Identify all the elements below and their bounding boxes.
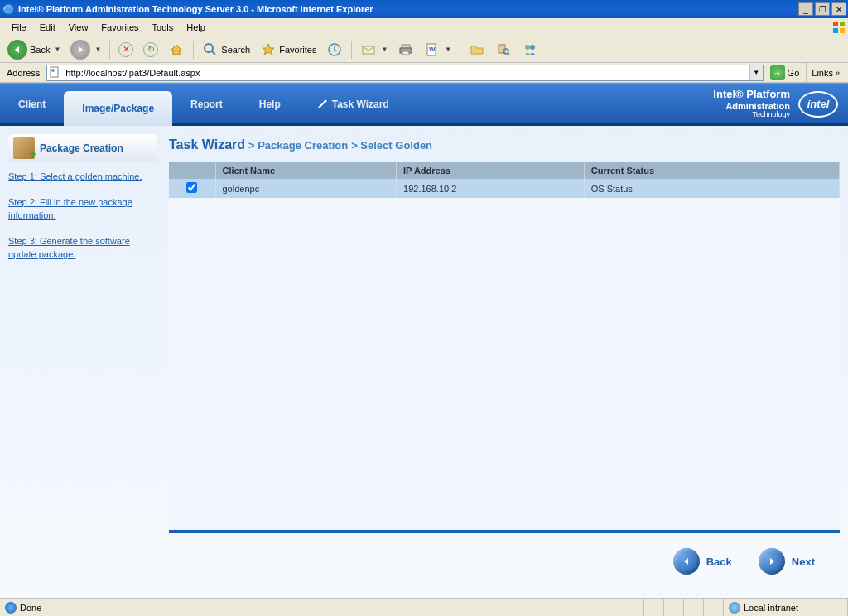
links-button[interactable]: Links » — [806, 63, 845, 82]
status-pane — [684, 599, 704, 616]
address-combo[interactable]: ▼ — [46, 65, 763, 81]
back-button[interactable]: Back ▼ — [3, 39, 65, 60]
zone-text: Local intranet — [744, 603, 798, 613]
back-wizard-button[interactable]: Back — [673, 548, 732, 575]
brand-text: Intel® Platform Administration Technolog… — [713, 89, 790, 118]
back-circle-icon — [673, 548, 700, 575]
svg-rect-11 — [402, 51, 409, 55]
tab-task-wizard[interactable]: Task Wizard — [299, 84, 407, 123]
back-dropdown-icon[interactable]: ▼ — [54, 46, 60, 53]
tab-report[interactable]: Report — [172, 84, 241, 123]
print-icon — [398, 41, 414, 58]
svg-point-18 — [530, 45, 535, 50]
svg-rect-19 — [51, 67, 58, 77]
tab-help[interactable]: Help — [241, 84, 299, 123]
app-body: Package Creation Step 1: Select a golden… — [0, 126, 848, 598]
content-spacer — [169, 198, 840, 530]
svg-point-0 — [3, 4, 13, 14]
refresh-button[interactable]: ↻ — [139, 39, 162, 60]
tab-image-package[interactable]: Image/Package — [64, 91, 172, 126]
address-input[interactable] — [64, 68, 749, 78]
home-icon — [168, 41, 185, 58]
mail-button[interactable]: ▼ — [356, 39, 392, 60]
col-checkbox[interactable] — [169, 162, 215, 179]
back-label: Back — [30, 45, 50, 55]
app-header: Client Image/Package Report Help Task Wi… — [0, 83, 848, 126]
breadcrumb-part-2: Select Golden — [360, 139, 432, 152]
table-row[interactable]: goldenpc 192.168.10.2 OS Status — [169, 179, 840, 198]
stop-button[interactable]: ✕ — [114, 39, 137, 60]
separator — [109, 41, 110, 59]
cell-current-status: OS Status — [584, 179, 839, 198]
sidebar-step-3[interactable]: Step 3: Generate the software update pac… — [8, 235, 157, 261]
back-wizard-label: Back — [706, 556, 732, 568]
research-button[interactable] — [491, 39, 516, 60]
maximize-button[interactable]: ❐ — [815, 2, 830, 16]
svg-line-21 — [319, 101, 325, 108]
menu-view[interactable]: View — [62, 21, 95, 34]
home-button[interactable] — [164, 39, 189, 60]
next-wizard-label: Next — [792, 556, 815, 568]
history-icon — [326, 41, 343, 58]
mail-icon — [360, 41, 377, 58]
go-label: Go — [788, 68, 800, 78]
status-ie-icon — [5, 602, 17, 614]
sidebar-step-1[interactable]: Step 1: Select a golden machine. — [8, 171, 157, 183]
col-current-status[interactable]: Current Status — [584, 162, 839, 179]
back-arrow-icon — [7, 40, 27, 60]
search-label: Search — [221, 45, 250, 55]
separator — [351, 41, 352, 59]
close-button[interactable]: ✕ — [831, 2, 846, 16]
menu-help[interactable]: Help — [180, 21, 212, 34]
row-checkbox[interactable] — [186, 182, 197, 193]
nav-buttons: Back Next — [169, 533, 840, 590]
menu-favorites[interactable]: Favorites — [94, 21, 145, 34]
links-label: Links — [812, 68, 833, 78]
edit-document-icon: W — [424, 41, 441, 58]
favorites-label: Favorites — [279, 45, 316, 55]
ie-icon — [2, 2, 15, 16]
wand-icon — [317, 99, 327, 109]
status-cell: Done — [0, 599, 644, 616]
mail-dropdown-icon[interactable]: ▼ — [381, 46, 388, 53]
menu-edit[interactable]: Edit — [33, 21, 62, 34]
col-ip-address[interactable]: IP Address — [397, 162, 585, 179]
next-wizard-button[interactable]: Next — [759, 548, 815, 575]
sidebar-title-label: Package Creation — [40, 142, 123, 154]
links-chevron-icon: » — [836, 69, 840, 77]
svg-rect-2 — [840, 22, 845, 26]
messenger-button[interactable] — [518, 39, 542, 60]
address-dropdown-icon[interactable]: ▼ — [749, 65, 763, 80]
svg-point-22 — [324, 99, 326, 102]
separator — [193, 41, 194, 59]
edit-dropdown-icon[interactable]: ▼ — [445, 46, 451, 53]
menu-tools[interactable]: Tools — [146, 21, 181, 34]
svg-rect-1 — [833, 22, 838, 26]
tab-client[interactable]: Client — [0, 84, 64, 123]
edit-button[interactable]: W▼ — [420, 39, 455, 60]
col-client-name[interactable]: Client Name — [215, 162, 397, 179]
forward-dropdown-icon[interactable]: ▼ — [94, 46, 101, 53]
discuss-button[interactable] — [465, 39, 489, 60]
sidebar-step-2[interactable]: Step 2: Fill in the new package informat… — [8, 196, 157, 222]
brand-line1: Intel® Platform — [713, 89, 790, 100]
print-button[interactable] — [393, 39, 418, 60]
status-pane — [644, 599, 664, 616]
minimize-button[interactable]: _ — [798, 2, 813, 16]
toolbar: Back ▼ ▼ ✕ ↻ Search Favorites ▼ W▼ — [0, 36, 848, 63]
svg-text:W: W — [429, 46, 436, 53]
cell-client-name: goldenpc — [215, 179, 397, 198]
forward-button[interactable]: ▼ — [66, 39, 105, 60]
separator — [460, 41, 460, 59]
menu-file[interactable]: File — [5, 21, 33, 34]
go-button[interactable]: → Go — [767, 65, 803, 80]
search-button[interactable]: Search — [198, 39, 254, 60]
go-arrow-icon: → — [770, 65, 785, 80]
history-button[interactable] — [322, 39, 347, 60]
svg-rect-9 — [402, 45, 410, 48]
windows-flag-icon — [831, 20, 846, 35]
next-circle-icon — [759, 548, 785, 575]
status-text: Done — [20, 603, 41, 613]
statusbar: Done Local intranet — [0, 598, 848, 616]
favorites-button[interactable]: Favorites — [256, 39, 320, 60]
